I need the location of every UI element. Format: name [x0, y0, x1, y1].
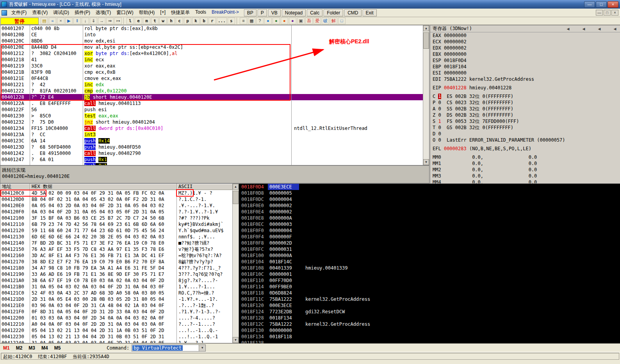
menu-item-5[interactable]: 窗口(W) [114, 9, 136, 17]
stack-row[interactable]: 0018F0E80000000A [239, 215, 620, 221]
dump-row[interactable]: 004121003F 15 BF 0A 03 B6 03 CE 25 B7 2C… [0, 215, 233, 221]
stack-row[interactable]: 0018F1247723E2DBgdi32.ResetDCW [239, 309, 620, 315]
toolbar-pause-button[interactable]: ‖ [73, 18, 81, 24]
stack-row[interactable]: 0018F11400FF9BE0 [239, 284, 620, 290]
register-row[interactable]: MM1 0.0, 0.0 [433, 160, 620, 167]
registers-scroll-left-icon[interactable]: ◀ [612, 27, 618, 31]
toolbar-run-button[interactable]: ▶ [65, 18, 73, 24]
tab-m3[interactable]: M3 [25, 344, 38, 352]
dump-row[interactable]: 004121E003 96 0A 03 04 0F 2D 31 CA 48 04… [0, 302, 233, 309]
dump-row[interactable]: 004121F00F 8D 31 0A 05 04 0F 2D 31 2D 33… [0, 309, 233, 315]
stack-row[interactable]: 0018F10C00000001 [239, 271, 620, 277]
register-row[interactable]: D 0 [433, 131, 620, 137]
stack-row[interactable]: 0018F0E400000002 [239, 209, 620, 215]
menu-button-bp[interactable]: BP [244, 9, 257, 16]
dump-scrollbar[interactable]: ▲ ▼ [232, 184, 239, 343]
close-button[interactable]: × [608, 1, 618, 8]
dump-row[interactable]: 00412210A0 04 0A 0F 03 04 0F 2D 2D 31 0A… [0, 321, 233, 327]
menu-button-folder[interactable]: Folder [324, 9, 343, 16]
disasm-row[interactable]: 00401242. E8 49150000call hmieuy.0040279… [0, 150, 424, 156]
mdi-restore-button[interactable]: □ [604, 10, 611, 16]
scroll-up-button[interactable]: ▲ [233, 184, 239, 190]
disasm-row[interactable]: 00401212? 3082 C0204100xor byte ptr ds:[… [0, 50, 424, 57]
menu-item-8[interactable]: 快捷菜单 [168, 9, 192, 17]
toolbar-restart-button[interactable]: « [49, 18, 56, 24]
toolbar-plugin-wuai-3-button[interactable]: 破 [322, 18, 329, 24]
disasm-row[interactable]: 00401247? 6A 01push 0x1 [0, 156, 424, 163]
menu-item-10[interactable]: BreakPoint-> [209, 9, 242, 17]
disasm-row[interactable]: 0040120E8A448D D4mov al,byte ptr ss:[ebp… [0, 44, 424, 50]
register-row[interactable]: EFL 00000283 (NO,B,NE,BE,S,PO,L,LE) [433, 146, 620, 152]
toolbar-letter-b[interactable]: b [200, 18, 208, 24]
disasm-row[interactable]: push 0x1 [0, 163, 424, 165]
toolbar-letter-l[interactable]: l [126, 18, 134, 24]
disasm-row[interactable]: 0040121B83F9 0Bcmp ecx,0xB [0, 69, 424, 75]
toolbar-letter-...[interactable]: ... [217, 18, 227, 24]
toolbar-letter-m[interactable]: m [143, 18, 150, 24]
toolbar-plugin-wuai-2-button[interactable]: 爱 [314, 18, 321, 24]
disasm-row[interactable]: 0040121841inc ecx [0, 57, 424, 63]
stack-row[interactable]: 0018F0EC00000003 [239, 221, 620, 227]
dump-row[interactable]: 0041217038 8D E2 E7 F2 76 EA 19 C0 79 E0… [0, 259, 233, 265]
dump-row[interactable]: 004121306D 6E 6D 6E 66 24 02 20 3B 2E 05… [0, 234, 233, 240]
toolbar-letter-s[interactable]: s [228, 18, 235, 24]
maximize-button[interactable]: □ [596, 1, 607, 8]
dump-row[interactable]: 004120E00A 05 04 03 2D 0A 03 04 0F 2D 31… [0, 202, 233, 209]
menu-button-exit[interactable]: Exit [363, 9, 377, 16]
register-row[interactable]: S 1 FS 0053 32位 7EFDD000(FFF) [433, 118, 620, 124]
stack-row[interactable]: 0018F13000000000 [239, 327, 620, 334]
dump-row[interactable]: 004120D0BB 04 0F 02 31 0A 04 05 43 02 0A… [0, 196, 233, 202]
toolbar-until-return-button[interactable]: ↦ [114, 18, 122, 24]
tab-m2[interactable]: M2 [13, 344, 26, 352]
register-row[interactable]: A 0 SS 002B 32位 0(FFFFFFFF) [433, 106, 620, 112]
menu-button-calc[interactable]: Calc [307, 9, 322, 16]
register-row[interactable]: EDI 75BA1222 kernel32.GetProcAddress [433, 76, 620, 82]
registers-scroll-left-icon[interactable]: ◀ [581, 27, 586, 31]
register-row[interactable]: MM4 0.0, 0.0 [433, 179, 620, 183]
toolbar-plugin-purple-button[interactable]: ● [289, 18, 296, 24]
menu-button-vb[interactable]: VB [268, 9, 281, 16]
stack-row[interactable]: 0018F0F000000004 [239, 227, 620, 234]
disassembly-scrollbar[interactable]: ▲ ▼ [423, 25, 429, 165]
dump-row[interactable]: 004121B031 0A 05 04 03 02 0A 03 04 0F 2D… [0, 284, 233, 290]
toolbar-plugin-orange-button[interactable]: ● [281, 18, 288, 24]
toolbar-plugin-blue-button[interactable]: ● [264, 18, 272, 24]
menu-button-p[interactable]: P [258, 9, 267, 16]
register-row[interactable]: MM0 0.0, 0.0 [433, 154, 620, 160]
stack-row[interactable]: 0018F11000FF70D0 [239, 277, 620, 284]
command-value[interactable]: bp VirtualProtect [132, 345, 183, 351]
disasm-row[interactable]: 00401228?^ 72 E4jb short hmieuy.0040120E [0, 94, 424, 100]
dump-row[interactable]: 004121A038 6A 67 EF 19 C0 78 E0 03 0A 02… [0, 277, 233, 284]
column-separator[interactable] [30, 25, 30, 165]
menu-item-4[interactable]: 选项(T) [93, 9, 114, 17]
toolbar-letter-w[interactable]: w [159, 18, 167, 24]
column-separator[interactable] [83, 25, 83, 165]
register-row[interactable]: EBP 0018F104 [433, 64, 620, 70]
disasm-row[interactable]: 00401207c040 00 8brol byte ptr ds:[eax],… [0, 25, 424, 32]
register-row[interactable]: O 0 LastErr ERROR_INVALID_PARAMETER (000… [433, 137, 620, 143]
menu-item-9[interactable]: Tools [192, 9, 209, 17]
toolbar-help-button[interactable]: ? [256, 18, 264, 24]
stack-row[interactable]: 0018F10800401339hmieuy.00401339 [239, 265, 620, 271]
register-row[interactable]: ESP 0018F0D4 [433, 57, 620, 64]
register-row[interactable]: ECX 00000002 [433, 39, 620, 45]
registers-scroll-left-icon[interactable]: ◀ [565, 27, 571, 31]
command-input[interactable]: bp VirtualProtect ▼ [132, 344, 206, 352]
toolbar-plugin-wuai-1-button[interactable]: 吾 [305, 18, 313, 24]
register-row[interactable]: P 0 CS 0023 32位 0(FFFFFFFF) [433, 99, 620, 106]
column-separator[interactable] [176, 190, 177, 343]
stack-row[interactable]: 0018F0DC00000004 [239, 196, 620, 202]
toolbar-step-into-button[interactable]: ↓ [82, 18, 89, 24]
toolbar-grid-button[interactable]: ▦ [248, 18, 255, 24]
disasm-row[interactable]: 00401230> 85C0test eax,eax [0, 113, 424, 119]
toolbar-letter-h[interactable]: h [167, 18, 175, 24]
scroll-down-button[interactable]: ▼ [233, 337, 239, 343]
dump-row[interactable]: 004121106B 79 23 74 7D 42 56 78 64 69 23… [0, 221, 233, 227]
disasm-row[interactable]: 0040121E0F44C8cmove ecx,eax [0, 75, 424, 82]
dump-row[interactable]: 0041220001 03 03 0A 03 04 0F 2D 34 0A 0A… [0, 315, 233, 321]
dump-row[interactable]: 0041215076 A3 AF EF 33 F5 7D C8 43 AA 97… [0, 246, 233, 252]
menu-item-2[interactable]: 调试(D) [50, 9, 72, 17]
register-row[interactable]: T 0 GS 002B 32位 0(FFFFFFFF) [433, 124, 620, 131]
menu-item-6[interactable]: 帮助(H) [136, 9, 158, 17]
stack-row[interactable]: 0018F0D4000E3ECE [239, 184, 620, 190]
